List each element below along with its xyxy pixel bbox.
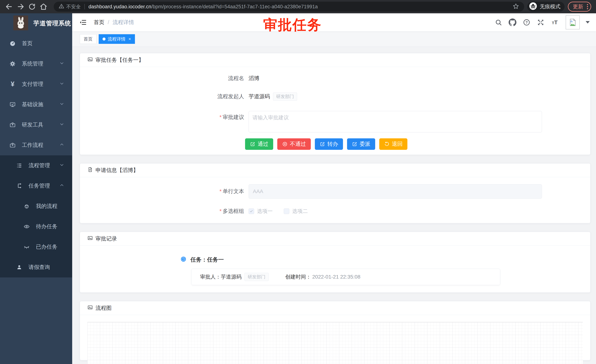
- picture-icon: [87, 235, 93, 242]
- gear-icon: [8, 61, 17, 67]
- dept-tag: 研发部门: [273, 93, 297, 101]
- sidebar-item-home[interactable]: 首页: [0, 33, 72, 54]
- chevron-down-icon: [59, 101, 64, 108]
- app-logo: [13, 15, 28, 31]
- sidebar-item-todo-tasks[interactable]: 待办任务: [0, 216, 72, 237]
- tab-home[interactable]: 首页: [80, 34, 97, 44]
- warning-icon: [59, 3, 64, 10]
- sidebar-item-label: 首页: [22, 40, 33, 47]
- bookmark-star-icon[interactable]: [512, 3, 519, 11]
- back-icon[interactable]: [5, 2, 13, 11]
- picture-icon: [87, 305, 93, 312]
- sidebar-item-label: 任务管理: [29, 182, 50, 189]
- close-icon[interactable]: ×: [128, 37, 131, 41]
- security-label: 不安全: [66, 4, 81, 10]
- process-name-row: 流程名 滔博: [80, 75, 590, 82]
- application-info-card: 申请信息【滔博】 *单行文本 *多选框组: [80, 163, 590, 223]
- sidebar-item-payment[interactable]: ¥ 支付管理: [0, 74, 72, 94]
- user-icon: [15, 264, 24, 270]
- annotation-text: 审批任务: [263, 15, 322, 35]
- chevron-up-icon: [59, 142, 64, 148]
- initiator-value: 芋道源码 研发部门: [249, 93, 297, 101]
- chevron-down-icon: [59, 61, 64, 67]
- comment-textarea[interactable]: [249, 111, 542, 132]
- process-diagram-card: 流程图: [80, 301, 590, 360]
- sidebar-item-leave-query[interactable]: 请假查询: [0, 257, 72, 277]
- checkbox-checked-icon: [249, 208, 254, 214]
- approve-button[interactable]: 通过: [245, 138, 273, 150]
- font-size-icon[interactable]: TT: [551, 18, 559, 27]
- tags-view: 首页 流程详情 ×: [72, 31, 596, 47]
- comment-row: *审批建议: [80, 111, 590, 132]
- update-label: 更新: [573, 3, 583, 10]
- record-detail-card: 审批人： 芋道源码 研发部门 创建时间： 2022-01-21 22:35:08: [191, 269, 500, 285]
- breadcrumb-separator: /: [108, 19, 109, 25]
- url-bar[interactable]: 不安全 dashboard.yudao.iocoder.cn/bpm/proce…: [54, 2, 524, 12]
- hamburger-icon[interactable]: [79, 18, 87, 27]
- breadcrumb: 首页 / 流程详情: [94, 19, 134, 26]
- single-text-row: *单行文本: [80, 184, 590, 199]
- field-label: *审批建议: [80, 111, 244, 121]
- sidebar-item-label: 研发工具: [22, 121, 43, 129]
- single-text-input: [249, 184, 542, 199]
- sidebar-item-task-mgmt[interactable]: 任务管理: [0, 176, 72, 196]
- checkbox-option1: 选项一: [249, 208, 273, 215]
- delegate-button[interactable]: 委派: [347, 138, 375, 150]
- document-icon: [87, 167, 93, 174]
- chevron-down-icon: [59, 81, 64, 87]
- github-icon[interactable]: [508, 18, 517, 27]
- card-header: 流程图: [80, 301, 590, 315]
- return-button[interactable]: 退回: [379, 138, 407, 150]
- dashboard-icon: [8, 40, 17, 47]
- browser-update-button[interactable]: 更新: [568, 2, 591, 12]
- active-dot: [103, 37, 105, 41]
- url-divider: [84, 4, 85, 9]
- caret-down-icon[interactable]: [586, 21, 590, 23]
- sidebar-item-label: 系统管理: [22, 60, 43, 67]
- sidebar-item-system[interactable]: 系统管理: [0, 54, 72, 74]
- timeline-task: 任务：任务一: [80, 246, 590, 263]
- sidebar-item-workflow[interactable]: 工作流程: [0, 135, 72, 155]
- card-title: 流程图: [96, 305, 112, 312]
- sidebar-item-process-mgmt[interactable]: 流程管理: [0, 155, 72, 176]
- home-icon[interactable]: [39, 2, 48, 11]
- sidebar-item-label: 请假查询: [29, 263, 50, 271]
- browser-menu-icon[interactable]: [587, 4, 588, 9]
- sidebar: 芋道管理系统 首页 系统管理 ¥ 支付管理: [0, 13, 72, 364]
- approval-task-card: 审批任务【任务一】 流程名 滔博 流程发起人 芋道源码 研发部门: [80, 53, 590, 155]
- reload-icon[interactable]: [28, 2, 36, 11]
- forward-icon[interactable]: [16, 2, 25, 11]
- sidebar-item-my-process[interactable]: 我的流程: [0, 196, 72, 216]
- incognito-icon: [529, 2, 537, 11]
- eye-closed-icon: [22, 244, 31, 250]
- sidebar-item-done-tasks[interactable]: 已办任务: [0, 237, 72, 257]
- briefcase-icon: [8, 122, 17, 128]
- bpmn-canvas[interactable]: [87, 322, 583, 364]
- breadcrumb-current: 流程详情: [112, 19, 134, 26]
- reject-button[interactable]: 不通过: [277, 138, 311, 150]
- tab-process-detail[interactable]: 流程详情 ×: [99, 34, 135, 44]
- chevron-down-icon: [59, 162, 64, 169]
- sidebar-item-label: 待办任务: [36, 223, 57, 230]
- url-domain: dashboard.yudao.iocoder.cn: [89, 4, 151, 9]
- field-label: *单行文本: [80, 188, 244, 195]
- url-path: /bpm/process-instance/detail?id=54aa251f…: [151, 4, 318, 9]
- sidebar-item-devtools[interactable]: 研发工具: [0, 115, 72, 135]
- chevron-down-icon: [59, 122, 64, 128]
- help-icon[interactable]: ?: [522, 18, 531, 27]
- clock-icon: [180, 256, 186, 263]
- fullscreen-icon[interactable]: [536, 18, 545, 27]
- action-buttons: 通过 不通过 转办 委: [80, 138, 590, 155]
- search-icon[interactable]: [494, 18, 503, 27]
- breadcrumb-home[interactable]: 首页: [94, 19, 104, 26]
- field-label: 流程名: [80, 75, 244, 82]
- dept-tag: 研发部门: [245, 273, 268, 281]
- card-title: 审批任务【任务一】: [96, 56, 144, 64]
- sidebar-item-infra[interactable]: 基础设施: [0, 94, 72, 115]
- checkbox-option2: 选项二: [284, 208, 308, 215]
- sidebar-item-label: 我的流程: [36, 203, 57, 210]
- incognito-label: 无痕模式: [540, 3, 560, 10]
- avatar[interactable]: [566, 15, 580, 29]
- transfer-button[interactable]: 转办: [315, 138, 343, 150]
- card-title: 审批记录: [96, 235, 117, 242]
